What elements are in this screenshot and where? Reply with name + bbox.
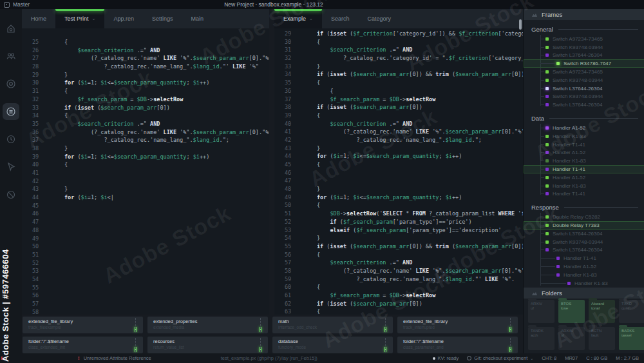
tree-branch-line xyxy=(540,152,544,153)
file-tile[interactable]: mathinterface_odd_check xyxy=(272,317,393,333)
tree-item[interactable]: Switch K93748-03944 xyxy=(524,76,644,84)
folder-tile[interactable]: TANRKacth xyxy=(528,327,554,350)
tree-item-label: Double Relay C5282 xyxy=(553,214,600,220)
tree-item[interactable]: Handler K1-83 xyxy=(524,132,644,141)
tab-search[interactable]: Search xyxy=(322,9,359,28)
code-text: } xyxy=(304,234,320,242)
code-text xyxy=(52,169,64,177)
tab-settings[interactable]: Settings xyxy=(143,9,182,28)
tree-item[interactable]: Handler K1-83 xyxy=(524,279,644,286)
line-number: 39 xyxy=(22,153,52,161)
tab-label: Category xyxy=(367,15,391,22)
tree-item[interactable]: Handler T1-41 xyxy=(524,165,644,173)
file-tile[interactable]: extended_file_librarytrack_interrupted xyxy=(397,317,518,333)
tree-item[interactable]: Switch L37644-26304 xyxy=(524,101,644,109)
tree-item[interactable]: Switch A97234-73465 xyxy=(524,35,644,43)
tree-branch-line xyxy=(540,233,544,234)
tree-branch-line xyxy=(540,39,544,39)
file-tile[interactable]: extended_propertiesextended_media xyxy=(147,317,268,333)
file-tile[interactable]: folder:"/".$filenameclass_parameter_and xyxy=(397,337,518,353)
folder-label-1: BCTN xyxy=(591,329,615,333)
purple-status-dot xyxy=(545,95,549,98)
folder-label-2: tonal xyxy=(591,306,615,311)
tab-main[interactable]: Main xyxy=(182,9,213,28)
green-status-dot xyxy=(545,215,549,219)
folder-tile[interactable]: TXKDquitt xyxy=(619,300,644,323)
code-editor-left[interactable]: 25{26 $search_criterion .=" AND27 (?_cat… xyxy=(22,28,269,315)
folder-tile[interactable]: BCTNfault xyxy=(589,327,615,350)
tree-item[interactable]: Handler T1-41 xyxy=(524,141,644,149)
tree-item[interactable]: Handler A1-52 xyxy=(524,262,644,271)
status-item[interactable]: Git: checkout experiment⌄ xyxy=(467,355,533,361)
file-tile[interactable]: resoursesreturn_value_list xyxy=(147,337,268,353)
tree-section-name: Response xyxy=(531,204,559,211)
tree-item[interactable]: Double Relay C5282 xyxy=(524,213,644,221)
code-editor-right[interactable]: 29if (isset ($f_criterion['category_id']… xyxy=(274,28,523,315)
tab-test-print[interactable]: Test Print⌄ xyxy=(55,9,104,28)
code-line: 60{ xyxy=(274,283,523,291)
tree-item-label: Handler T1-41 xyxy=(553,166,585,172)
file-tile[interactable]: folder:"/".$filenameclass_extended_init xyxy=(23,337,143,353)
tree-section-items: Switch A97234-73465Switch K93748-03944Sw… xyxy=(524,35,644,109)
line-number: 37 xyxy=(274,95,304,104)
tab-app-ren[interactable]: App.ren xyxy=(104,9,143,28)
tree-item-label: Handler T1-41 xyxy=(553,142,585,148)
code-line: 36 { xyxy=(274,87,523,95)
file-tile[interactable]: extended_file_librarytrack_fileexample xyxy=(23,317,143,333)
menu-circle-icon[interactable] xyxy=(3,103,19,120)
code-line: 33} xyxy=(274,63,523,71)
history-icon[interactable] xyxy=(3,131,19,148)
frames-icon xyxy=(531,12,538,17)
tree-item[interactable]: Handler K1-83 xyxy=(524,271,644,279)
tree-item[interactable]: Handler K1-83 xyxy=(524,182,644,190)
code-text xyxy=(52,210,64,218)
scrollbar-thumb[interactable] xyxy=(519,19,522,30)
folder-tile[interactable]: Akwardtonal xyxy=(589,300,615,323)
window-title: New Project - sandbox.example - 123.12 xyxy=(224,0,323,9)
folder-tile[interactable]: ARXIVuf xyxy=(528,300,554,323)
code-line: 44for ($i=1; $i<| xyxy=(22,193,269,202)
tree-item[interactable]: Switch L37644-26304 xyxy=(524,246,644,255)
tree-item[interactable]: Handler K1-83 xyxy=(524,157,644,165)
green-status-dot xyxy=(545,46,549,49)
tree-branch-line xyxy=(540,275,555,275)
tab-example[interactable]: Example⌄ xyxy=(274,9,322,28)
tree-section-label: General xyxy=(531,26,638,33)
code-text: $search_criterion .=" AND xyxy=(304,46,412,54)
home-camera-icon[interactable] xyxy=(3,20,19,37)
green-status-dot xyxy=(545,143,549,146)
users-icon[interactable] xyxy=(3,48,19,64)
tree-item[interactable]: Handler T1-41 xyxy=(524,190,644,199)
code-line: 52 xyxy=(22,259,269,268)
tree-item[interactable]: Switch K93748-03944 xyxy=(524,43,644,52)
code-line: 56{ xyxy=(274,251,523,259)
record-icon[interactable] xyxy=(3,75,19,92)
tree-item[interactable]: Handler T1-41 xyxy=(524,254,644,262)
tab-category[interactable]: Category xyxy=(358,9,400,28)
tab-home[interactable]: Home xyxy=(22,9,55,28)
code-text xyxy=(52,235,64,243)
tree-item[interactable]: Handler A1-52 xyxy=(524,124,644,132)
tree-item[interactable]: Switch L37644-26304 xyxy=(524,84,644,93)
file-tile[interactable]: databasefunctory_mode xyxy=(272,337,393,353)
status-item: M : 2.7 GB xyxy=(616,355,639,361)
cursor-icon[interactable] xyxy=(3,159,19,175)
folder-tile[interactable]: BARKStassel xyxy=(619,327,644,350)
tree-item[interactable]: Handler A1-52 xyxy=(524,173,644,182)
file-tile-title: math xyxy=(278,319,380,325)
tree-item[interactable]: Switch K93748-03944 xyxy=(524,93,644,101)
purple-status-dot xyxy=(545,192,549,195)
tree-item[interactable]: Double Relay T7383 xyxy=(524,221,644,230)
tree-item[interactable]: Switch L37644-26304 xyxy=(524,230,644,238)
blocked-icon[interactable] xyxy=(3,186,19,203)
line-number: 34 xyxy=(274,70,304,79)
ready-dot-icon xyxy=(433,357,435,360)
tree-item[interactable]: Switch K93748-03944 xyxy=(524,238,644,246)
tree-item[interactable]: Switch A97234-73465 xyxy=(524,68,644,76)
tree-item[interactable]: Switch L37644-26304 xyxy=(524,52,644,60)
tree-item[interactable]: Switch R34786-7647 xyxy=(524,59,644,68)
green-indicator-bar xyxy=(509,327,511,332)
tree-item[interactable]: Handler A1-52 xyxy=(524,149,644,157)
folder-tile[interactable]: ARXINuf xyxy=(558,327,585,350)
folder-tile[interactable]: BTOSlose xyxy=(558,300,585,323)
